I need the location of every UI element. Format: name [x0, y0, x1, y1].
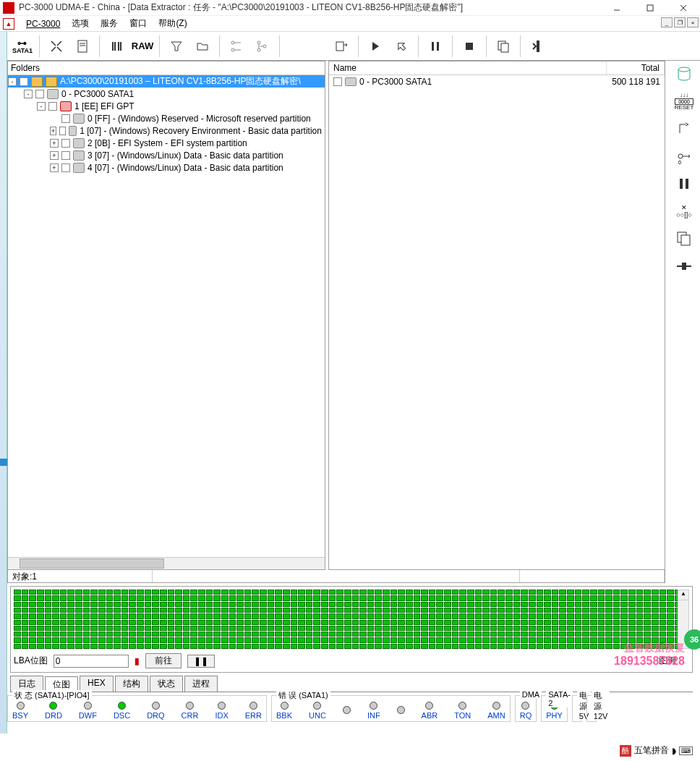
led-label: DWF	[79, 711, 97, 720]
tree-collapse-button[interactable]	[224, 34, 249, 59]
menu-service[interactable]: 服务	[95, 16, 124, 31]
folder-button[interactable]	[190, 34, 215, 59]
step-button[interactable]	[389, 34, 414, 59]
svg-point-13	[257, 48, 260, 51]
list-row[interactable]: 0 - PC3000 SATA1500 118 191	[329, 75, 665, 88]
sleep-icon[interactable]: 0	[673, 146, 696, 166]
blockmap-controls: LBA位图 ▮ 前往 ❚❚ 图例	[14, 653, 689, 668]
search-button[interactable]	[104, 34, 129, 59]
col-name[interactable]: Name	[329, 61, 607, 75]
stop-button[interactable]	[457, 34, 482, 59]
tools-button[interactable]	[44, 34, 69, 59]
raw-button[interactable]: RAW	[130, 34, 155, 59]
tree-h-scrollbar[interactable]	[8, 557, 325, 569]
menu-pc3000[interactable]: PC-3000	[20, 17, 66, 30]
svg-rect-17	[466, 43, 473, 50]
led-label: DRD	[45, 711, 62, 720]
ime-keyboard-icon: ⌨	[679, 747, 693, 755]
led-BBK	[281, 702, 289, 710]
bracket-icon[interactable]: ✕○○[]○	[673, 201, 696, 221]
status-group: DMARQ	[515, 695, 537, 722]
folder-tree[interactable]: -A:\PC3000\20191003 – LITEON CV1-8B256-H…	[8, 75, 325, 557]
ime-indicator[interactable]: 酷 五笔拼音 ◗ ⌨	[620, 744, 693, 757]
led-ERR	[249, 702, 257, 710]
right-toolbar: ↓↓↓0000RESET 0 ✕○○[]○	[668, 61, 700, 570]
db-icon[interactable]	[673, 64, 696, 84]
goto-button[interactable]: 前往	[145, 653, 182, 668]
tree-item[interactable]: +3 [07] - (Windows/Linux) Data - Basic d…	[8, 149, 325, 161]
report-button[interactable]	[70, 34, 95, 59]
svg-rect-1	[647, 5, 653, 11]
bottom-tabs: 日志位图HEX结构状态进程	[10, 676, 693, 692]
list-pane: Name Total 0 - PC3000 SATA1500 118 191	[328, 61, 665, 570]
lba-indicator: ▮	[135, 656, 140, 666]
svg-point-7	[231, 41, 234, 44]
filter-button[interactable]	[164, 34, 189, 59]
folders-pane: Folders -A:\PC3000\20191003 – LITEON CV1…	[7, 61, 325, 570]
tab-进程[interactable]: 进程	[184, 676, 218, 692]
pause2-icon[interactable]	[673, 174, 696, 194]
exit-button[interactable]	[525, 34, 550, 59]
tab-日志[interactable]: 日志	[10, 676, 43, 692]
svg-point-21	[678, 67, 690, 72]
reset-icon[interactable]: ↓↓↓0000RESET	[673, 91, 696, 111]
tree-root[interactable]: -A:\PC3000\20191003 – LITEON CV1-8B256-H…	[8, 75, 325, 88]
minimize-button[interactable]	[600, 0, 633, 16]
tab-HEX[interactable]: HEX	[80, 676, 114, 692]
export-button[interactable]	[329, 34, 354, 59]
menu-help[interactable]: 帮助(Z)	[153, 16, 192, 31]
play-button[interactable]	[363, 34, 388, 59]
list-body[interactable]: 0 - PC3000 SATA1500 118 191	[329, 75, 665, 569]
tree-item[interactable]: -0 - PC3000 SATA1	[8, 88, 325, 100]
svg-rect-16	[437, 42, 439, 51]
tree-item[interactable]: -1 [EE] EFI GPT	[8, 100, 325, 112]
tab-状态[interactable]: 状态	[150, 676, 183, 692]
svg-point-22	[678, 154, 683, 158]
led-blank	[343, 706, 351, 714]
maximize-button[interactable]	[633, 0, 667, 16]
copy2-icon[interactable]	[673, 229, 696, 249]
lba-label: LBA位图	[14, 655, 48, 667]
drive-icon	[73, 138, 85, 148]
lba-input[interactable]	[54, 655, 129, 668]
legend-label[interactable]: 图例	[659, 655, 676, 667]
list-header: Name Total	[329, 61, 665, 75]
mdi-restore[interactable]: ❐	[674, 17, 686, 27]
svg-rect-24	[680, 179, 683, 189]
mdi-controls: _ ❐ ×	[661, 17, 699, 27]
close-button[interactable]	[667, 0, 700, 16]
mdi-minimize[interactable]: _	[661, 17, 673, 27]
led-label: BBK	[276, 711, 292, 720]
tab-结构[interactable]: 结构	[115, 676, 148, 692]
pin-icon[interactable]	[673, 256, 696, 276]
doc-icon: ▲	[3, 18, 14, 30]
float-badge[interactable]: 36	[684, 629, 700, 650]
tree-item[interactable]: +4 [07] - (Windows/Linux) Data - Basic d…	[8, 161, 325, 174]
sata1-button[interactable]: ⊶SATA1	[10, 34, 35, 59]
blockmap-grid[interactable]	[14, 590, 689, 649]
blockmap-panel: ▲ LBA位图 ▮ 前往 ❚❚ 图例 益智数据恢复 18913587628	[10, 586, 693, 673]
drive-icon	[73, 114, 85, 124]
led-CRR	[186, 702, 194, 710]
tree-item[interactable]: +2 [0B] - EFI System - EFI system partit…	[8, 137, 325, 149]
led-TON	[458, 702, 466, 710]
led-blank	[397, 706, 405, 714]
svg-rect-20	[537, 41, 539, 52]
title-bar: PC-3000 UDMA-E - China - [Data Extractor…	[0, 0, 700, 16]
led-label: BSY	[12, 711, 28, 720]
tree-item[interactable]: +1 [07] - (Windows) Recovery Environment…	[8, 124, 325, 137]
menu-options[interactable]: 选项	[66, 16, 95, 31]
tree-item[interactable]: 0 [FF] - (Windows) Reserved - Microsoft …	[8, 112, 325, 124]
led-AMN	[492, 702, 500, 710]
menu-window[interactable]: 窗口	[124, 16, 153, 31]
pause-map-button[interactable]: ❚❚	[187, 655, 215, 668]
mdi-close[interactable]: ×	[687, 17, 699, 27]
left-stripe	[0, 32, 7, 734]
copy-button[interactable]	[491, 34, 516, 59]
pause-button[interactable]	[423, 34, 448, 59]
standby-icon[interactable]	[673, 119, 696, 139]
svg-point-11	[257, 41, 260, 44]
status-group: SATA-2PHY	[541, 695, 568, 722]
tree-expand-button[interactable]	[250, 34, 275, 59]
col-total[interactable]: Total	[607, 61, 665, 75]
